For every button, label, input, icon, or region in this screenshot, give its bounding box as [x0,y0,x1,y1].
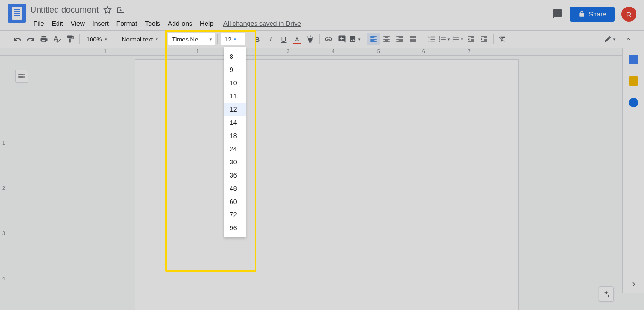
editing-mode-button[interactable]: ▼ [604,33,616,45]
font-size-option[interactable]: 48 [224,182,246,195]
menu-file[interactable]: File [30,18,48,29]
side-panel [622,48,644,293]
align-right-button[interactable] [394,33,406,45]
line-spacing-button[interactable] [425,33,438,45]
text-color-button[interactable]: A [291,33,303,45]
move-icon[interactable] [116,6,125,14]
keep-icon[interactable] [629,76,638,86]
font-size-option[interactable]: 72 [224,208,246,221]
tasks-icon[interactable] [629,98,638,107]
size-value: 12 [224,36,231,43]
menu-help[interactable]: Help [197,18,217,29]
drive-status[interactable]: All changes saved in Drive [223,20,301,27]
document-page[interactable] [135,59,519,310]
bold-button[interactable]: B [251,33,264,45]
document-title[interactable]: Untitled document [30,5,99,15]
font-size-option[interactable]: 30 [224,155,246,169]
ruler-mark: 6 [422,49,425,54]
undo-button[interactable] [11,33,24,45]
print-button[interactable] [38,33,50,45]
ruler-mark: 7 [468,49,471,54]
horizontal-ruler: 1 1 2 3 4 5 6 7 [0,48,644,56]
insert-comment-button[interactable] [336,33,348,45]
menu-tools[interactable]: Tools [141,18,164,29]
font-size-option[interactable]: 8 [224,50,246,63]
vruler-mark: 1 [2,140,5,146]
outline-button[interactable] [15,70,28,83]
ruler-mark: 5 [377,49,380,54]
align-center-button[interactable] [380,33,393,45]
font-size-menu: 8 9 10 11 12 14 18 24 30 36 48 60 72 96 [224,47,246,237]
ruler-mark: 1 [196,49,199,54]
menu-insert[interactable]: Insert [89,18,112,29]
share-label: Share [589,10,606,18]
bulleted-list-button[interactable]: ▼ [452,33,464,45]
ruler-mark: 1 [104,49,107,54]
comments-icon[interactable] [552,8,563,20]
italic-button[interactable]: I [264,33,277,45]
align-justify-button[interactable] [407,33,419,45]
chevron-right-icon[interactable] [629,280,638,288]
font-size-option[interactable]: 11 [224,90,246,103]
menu-view[interactable]: View [67,18,88,29]
insert-link-button[interactable] [322,33,335,45]
font-size-option[interactable]: 10 [224,76,246,90]
menu-format[interactable]: Format [113,18,140,29]
explore-button[interactable] [599,286,614,302]
ruler-mark: 4 [332,49,335,54]
vruler-mark: 2 [2,186,5,191]
font-size-option[interactable]: 60 [224,195,246,208]
font-size-option[interactable]: 14 [224,116,246,129]
star-icon[interactable] [103,6,112,14]
menu-addons[interactable]: Add-ons [165,18,196,29]
decrease-indent-button[interactable] [465,33,477,45]
vruler-mark: 3 [2,231,5,236]
insert-image-button[interactable]: ▼ [349,33,361,45]
font-value: Times New... [172,36,207,43]
hide-menus-button[interactable] [622,33,635,45]
font-size-option[interactable]: 24 [224,142,246,155]
redo-button[interactable] [25,33,37,45]
share-button[interactable]: Share [570,7,615,22]
paint-format-button[interactable] [64,33,76,45]
zoom-dropdown[interactable]: 100%▼ [83,33,112,45]
ruler-mark: 3 [287,49,289,54]
font-family-dropdown[interactable]: Times New...▼ [168,33,215,45]
svg-marker-0 [104,7,111,13]
vruler-mark: 4 [2,276,5,281]
align-left-button[interactable] [367,33,380,45]
increase-indent-button[interactable] [478,33,490,45]
vertical-ruler: 1 2 3 4 [0,56,9,310]
font-size-option[interactable]: 96 [224,221,246,235]
font-size-option[interactable]: 36 [224,169,246,182]
clear-formatting-button[interactable] [496,33,509,45]
font-size-option[interactable]: 9 [224,63,246,76]
font-size-option[interactable]: 18 [224,129,246,142]
font-size-dropdown[interactable]: 12▼ [221,33,245,45]
highlight-button[interactable] [304,33,316,45]
paragraph-style-dropdown[interactable]: Normal text▼ [118,33,162,45]
style-value: Normal text [122,36,153,43]
account-avatar[interactable]: R [621,7,636,22]
menu-edit[interactable]: Edit [49,18,66,29]
zoom-value: 100% [86,36,102,43]
docs-logo[interactable] [8,4,26,23]
calendar-icon[interactable] [629,55,638,64]
numbered-list-button[interactable]: ▼ [438,33,451,45]
font-size-option[interactable]: 12 [224,103,246,116]
underline-button[interactable]: U [278,33,290,45]
spellcheck-button[interactable] [51,33,63,45]
